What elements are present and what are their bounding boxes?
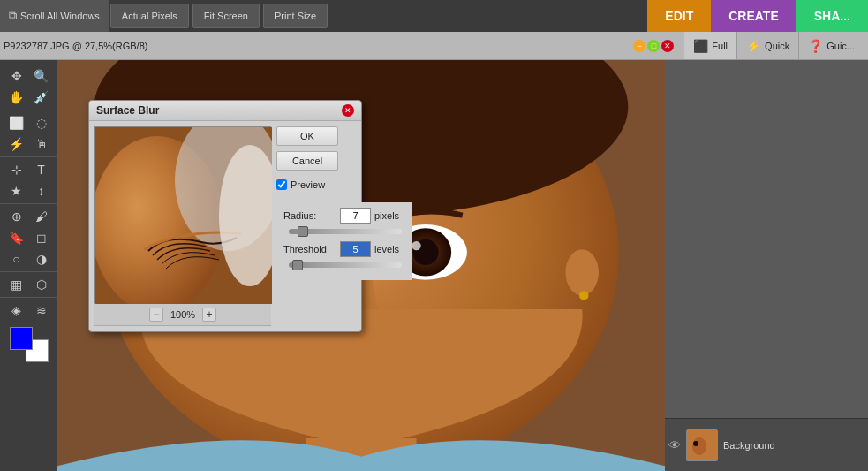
maximize-button[interactable]: □	[647, 40, 660, 52]
zoom-in-button[interactable]: +	[202, 308, 216, 322]
create-nav-button[interactable]: CREATE	[711, 0, 796, 32]
ok-button[interactable]: OK	[276, 126, 338, 146]
move-tool[interactable]: ✥	[5, 65, 28, 87]
threshold-slider-track[interactable]	[289, 262, 402, 268]
dialog-title-bar: Surface Blur ✕	[89, 101, 361, 121]
view-modes-bar: ⬛ Full ⚡ Quick ❓ Guic...	[684, 32, 864, 59]
color-swatches	[10, 327, 49, 362]
threshold-input[interactable]	[340, 241, 371, 257]
layer-thumbnail	[686, 429, 718, 461]
radius-slider-row	[283, 229, 405, 234]
clone-stamp-tool[interactable]: 🔖	[5, 227, 28, 248]
preview-checkbox-row: Preview	[276, 179, 412, 190]
svg-point-13	[579, 291, 588, 300]
paint-bucket-tool[interactable]: ⬡	[30, 274, 53, 295]
actual-pixels-button[interactable]: Actual Pixels	[110, 4, 189, 28]
fit-screen-button[interactable]: Fit Screen	[192, 4, 260, 28]
type-tool[interactable]: T	[30, 159, 53, 180]
dialog-preview-image	[94, 126, 271, 303]
threshold-slider-thumb[interactable]	[292, 260, 303, 270]
paint-tools: ⊹ T ★ ↕	[0, 157, 57, 204]
close-window-button[interactable]: ✕	[661, 40, 674, 52]
gradient-tool[interactable]: ▦	[5, 274, 28, 295]
zoom-tool[interactable]: 🔍	[30, 65, 53, 87]
full-view-icon: ⬛	[693, 39, 708, 53]
zoom-level-label: 100%	[170, 309, 195, 320]
radius-unit: pixels	[374, 210, 405, 221]
dialog-title: Surface Blur	[96, 104, 159, 117]
svg-point-20	[693, 441, 698, 446]
main-area: ✥ 🔍 ✋ 💉 ⬜ ◌ ⚡ 🖱 ⊹ T ★	[0, 60, 868, 471]
spot-healing-tool[interactable]: ⊕	[5, 206, 28, 227]
top-menu-bar: ⧉ Scroll All Windows Actual Pixels Fit S…	[0, 0, 868, 32]
radius-slider-thumb[interactable]	[298, 226, 308, 237]
preview-checkbox[interactable]	[276, 179, 287, 190]
window-icon: ⧉	[9, 9, 17, 23]
transform-tool[interactable]: ↕	[30, 180, 53, 201]
burn-tool[interactable]: ◑	[30, 248, 53, 270]
dodge-tool[interactable]: ○	[5, 248, 28, 270]
brush-tool[interactable]: 🖌	[30, 206, 53, 227]
radius-row: Radius: pixels	[283, 208, 405, 224]
marquee-tools: ⬜ ◌ ⚡ 🖱	[0, 110, 57, 157]
radius-input[interactable]	[340, 208, 371, 224]
layer-visibility-icon[interactable]: 👁	[668, 438, 681, 452]
radius-slider-track[interactable]	[289, 229, 402, 234]
svg-point-12	[565, 249, 599, 295]
surface-blur-dialog: Surface Blur ✕	[88, 100, 362, 332]
quick-view-label: Quick	[765, 41, 789, 51]
full-view-label: Full	[712, 41, 728, 51]
hand-tool[interactable]: ✋	[5, 87, 28, 108]
threshold-slider-row	[283, 262, 405, 268]
lasso-tool[interactable]: ◌	[30, 112, 53, 133]
share-nav-button[interactable]: SHA...	[796, 0, 868, 32]
layer-name-label: Background	[723, 440, 775, 451]
threshold-row: Threshold: levels	[283, 241, 405, 257]
file-bar: P9232787.JPG @ 27,5%(RGB/8) − □ ✕ ⬛ Full…	[0, 32, 868, 60]
smudge-tool[interactable]: ≋	[30, 300, 53, 321]
preview-canvas	[95, 127, 272, 304]
guided-view-label: Guic...	[826, 41, 855, 51]
cancel-button[interactable]: Cancel	[276, 151, 338, 171]
rect-marquee-tool[interactable]: ⬜	[5, 112, 28, 133]
scroll-all-label: Scroll All Windows	[20, 11, 100, 21]
adjustment-tools: ◈ ≋	[0, 298, 57, 323]
dialog-controls: OK Cancel Preview Radius: pixels	[276, 126, 412, 326]
filename-label: P9232787.JPG @ 27,5%(RGB/8)	[4, 41, 147, 51]
color-tools: ▦ ⬡	[0, 272, 57, 298]
guided-view-button[interactable]: ❓ Guic...	[799, 32, 864, 59]
guided-view-icon: ❓	[808, 39, 823, 53]
quick-select-tool[interactable]: 🖱	[30, 133, 53, 155]
threshold-label: Threshold:	[283, 244, 336, 254]
print-size-button[interactable]: Print Size	[263, 4, 328, 28]
eraser-tool[interactable]: ◻	[30, 227, 53, 248]
scroll-all-button[interactable]: ⧉ Scroll All Windows	[0, 0, 109, 32]
selection-tools: ✥ 🔍 ✋ 💉	[0, 64, 57, 110]
right-nav: EDIT CREATE SHA...	[647, 0, 868, 32]
dialog-close-button[interactable]: ✕	[342, 104, 354, 117]
svg-point-10	[411, 241, 420, 250]
edit-nav-button[interactable]: EDIT	[647, 0, 711, 32]
minimize-button[interactable]: −	[633, 40, 645, 52]
layers-panel: 👁 Background	[665, 418, 868, 471]
right-panel: 👁 Background	[665, 60, 868, 471]
window-controls: − □ ✕	[633, 40, 674, 52]
custom-shape-tool[interactable]: ★	[5, 180, 28, 201]
eyedropper-tool[interactable]: 💉	[30, 87, 53, 108]
quick-view-button[interactable]: ⚡ Quick	[737, 32, 799, 59]
crop-tool[interactable]: ⊹	[5, 159, 28, 180]
radius-label: Radius:	[283, 210, 336, 221]
sharpen-tool[interactable]: ◈	[5, 300, 28, 321]
retouch-tools: ⊕ 🖌 🔖 ◻ ○ ◑	[0, 204, 57, 272]
magic-wand-tool[interactable]: ⚡	[5, 133, 28, 155]
zoom-controls: − 100% +	[94, 303, 271, 326]
quick-view-icon: ⚡	[746, 39, 761, 53]
svg-point-19	[692, 437, 706, 455]
left-toolbar: ✥ 🔍 ✋ 💉 ⬜ ◌ ⚡ 🖱 ⊹ T ★	[0, 60, 57, 471]
foreground-color-swatch[interactable]	[10, 327, 33, 350]
full-view-button[interactable]: ⬛ Full	[684, 32, 737, 59]
slider-section: Radius: pixels Threshold: lev	[276, 202, 412, 280]
threshold-unit: levels	[374, 244, 405, 254]
zoom-out-button[interactable]: −	[149, 308, 163, 322]
preview-checkbox-label: Preview	[291, 179, 325, 190]
